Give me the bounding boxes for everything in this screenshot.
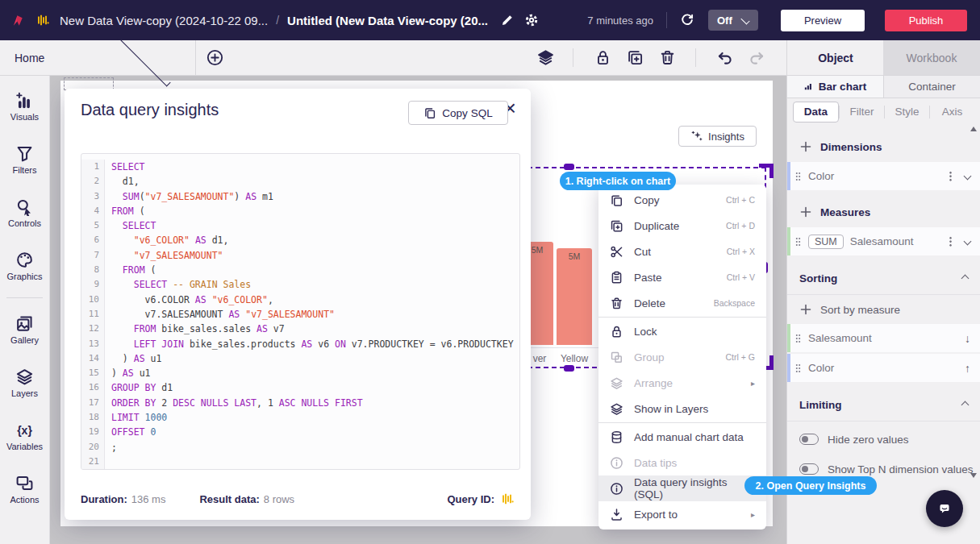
selection-handle[interactable] [564, 365, 574, 372]
tab-object[interactable]: Object [786, 40, 884, 75]
chevron-down-icon [740, 15, 749, 24]
context-menu: CopyCtrl + CDuplicateCtrl + DCutCtrl + X… [598, 185, 766, 529]
submenu-arrow-icon: ▸ [751, 379, 755, 388]
settings-gear-icon[interactable] [524, 13, 539, 27]
undo-icon[interactable] [716, 49, 733, 66]
sidebar-item-controls[interactable]: Controls [0, 186, 49, 239]
add-measure-button[interactable]: Measures [787, 197, 980, 227]
measure-item-salesamount[interactable]: SUM Salesamount [787, 227, 980, 255]
sql-line: 17ORDER BY 2 DESC NULLS LAST, 1 ASC NULL… [81, 396, 519, 410]
selection-handle[interactable] [564, 164, 574, 170]
result-value: 8 rows [264, 493, 294, 505]
sql-line: 13 LEFT JOIN bike_sales.products AS v6 O… [81, 337, 519, 351]
context-menu-item-data-tips[interactable]: Data tips [598, 450, 766, 475]
context-menu-item-show-in-layers[interactable]: Show in Layers [598, 396, 766, 421]
context-menu-item-export-to[interactable]: Export to▸ [598, 501, 766, 527]
duplicate-icon[interactable] [627, 49, 644, 66]
tab-workbook[interactable]: Workbook [883, 40, 980, 75]
context-menu-item-delete[interactable]: DeleteBackspace [598, 290, 766, 316]
tab-container[interactable]: Container [884, 75, 980, 98]
kebab-menu-icon[interactable] [949, 236, 952, 247]
publish-button[interactable]: Publish [885, 10, 967, 31]
drag-handle-icon[interactable] [795, 237, 801, 247]
sort-ascending-icon[interactable]: ↑ [965, 362, 970, 375]
auto-refresh-select[interactable]: Off [708, 10, 758, 31]
drag-handle-icon[interactable] [795, 172, 801, 181]
context-menu-item-lock[interactable]: Lock [598, 318, 766, 344]
redo-icon[interactable] [749, 49, 765, 66]
menu-divider [598, 422, 766, 423]
selection-corner-handle[interactable] [759, 164, 774, 178]
page-selector[interactable]: Home [0, 40, 196, 75]
sparkle-icon [690, 130, 703, 143]
context-menu-item-group[interactable]: GroupCtrl + G [598, 344, 766, 370]
copy-sql-button[interactable]: Copy SQL [408, 101, 508, 125]
sql-line: 20; [81, 440, 519, 455]
dataset-bars-icon [37, 14, 50, 27]
layers-icon [610, 402, 623, 416]
tab-axis[interactable]: Axis [930, 106, 974, 118]
sql-line: 1SELECT [81, 160, 519, 174]
context-menu-item-add-manual-chart-data[interactable]: Add manual chart data [598, 424, 766, 450]
chat-launcher-button[interactable] [926, 490, 963, 527]
sort-item-salesamount[interactable]: Salesamount ↓ [787, 324, 980, 352]
tooltip-step-1: 1. Right-click on chart [560, 172, 676, 190]
lock-icon[interactable] [594, 49, 611, 66]
context-menu-item-duplicate[interactable]: DuplicateCtrl + D [598, 213, 766, 239]
sidebar-item-filters[interactable]: Filters [0, 133, 49, 186]
duration-label: Duration: [81, 493, 127, 505]
tab-data[interactable]: Data [793, 102, 839, 123]
add-item-icon[interactable] [206, 49, 223, 66]
sorting-section-header[interactable]: Sorting [787, 262, 980, 295]
chevron-down-icon[interactable] [964, 238, 972, 246]
context-menu-item-data-query-insights-sql[interactable]: Data query insights (SQL) [598, 475, 766, 501]
preview-button[interactable]: Preview [781, 10, 865, 31]
chevron-up-icon [961, 274, 970, 282]
right-panel: Bar chart Container Data Filter Style Ax… [786, 75, 980, 544]
context-menu-item-cut[interactable]: CutCtrl + X [598, 239, 766, 264]
trash-icon[interactable] [659, 49, 676, 66]
drag-handle-icon[interactable] [795, 334, 801, 343]
sidebar-item-layers[interactable]: Layers [0, 356, 49, 409]
group-icon [610, 351, 623, 364]
refresh-icon[interactable] [680, 13, 694, 27]
info-icon [610, 482, 623, 496]
sort-item-color[interactable]: Color ↑ [787, 354, 980, 382]
sql-line: 16GROUP BY d1 [81, 380, 519, 395]
plus-icon [799, 140, 812, 153]
drag-handle-icon[interactable] [795, 363, 801, 373]
scroll-down-icon[interactable] [970, 473, 977, 478]
layers-icon[interactable] [537, 49, 554, 66]
breadcrumb-dataset[interactable]: New Data View-copy (2024-10-22 09... [60, 14, 268, 27]
add-dimension-button[interactable]: Dimensions [787, 131, 980, 162]
aggregation-badge[interactable]: SUM [808, 235, 844, 249]
auto-refresh-value: Off [717, 15, 732, 27]
sidebar-item-graphics[interactable]: Graphics [0, 239, 49, 293]
tab-bar-chart[interactable]: Bar chart [787, 75, 884, 98]
context-menu-item-arrange[interactable]: Arrange▸ [598, 370, 766, 396]
sort-descending-icon[interactable]: ↓ [965, 332, 970, 345]
arrange-icon [610, 376, 623, 390]
add-sort-by-measure-button[interactable]: Sort by measure [787, 295, 980, 324]
show-top-n-toggle[interactable] [799, 463, 819, 475]
chat-bubble-icon [938, 502, 951, 515]
chevron-down-icon[interactable] [964, 172, 972, 181]
sidebar-item-actions[interactable]: Actions [0, 463, 49, 516]
tab-style[interactable]: Style [885, 106, 929, 118]
sql-line: 4FROM ( [81, 204, 519, 218]
edit-title-icon[interactable] [500, 13, 515, 27]
sidebar-item-variables[interactable]: {x}Variables [0, 409, 49, 463]
breadcrumb-title[interactable]: Untitled (New Data View-copy (20... [287, 14, 488, 27]
hide-zero-values-toggle[interactable] [799, 434, 819, 445]
kebab-menu-icon[interactable] [949, 171, 952, 181]
limiting-section-header[interactable]: Limiting [787, 388, 980, 421]
sidebar-item-gallery[interactable]: Gallery [0, 303, 49, 356]
dimension-item-color[interactable]: Color [787, 162, 980, 190]
tab-filter[interactable]: Filter [840, 106, 884, 118]
context-menu-item-paste[interactable]: PasteCtrl + V [598, 264, 766, 290]
insights-button[interactable]: Insights [678, 126, 757, 147]
scroll-up-icon[interactable] [970, 127, 977, 131]
context-menu-item-copy[interactable]: CopyCtrl + C [598, 187, 766, 213]
sidebar-item-visuals[interactable]: Visuals [0, 80, 49, 133]
sql-line: 14 ) AS u1 [81, 351, 519, 366]
